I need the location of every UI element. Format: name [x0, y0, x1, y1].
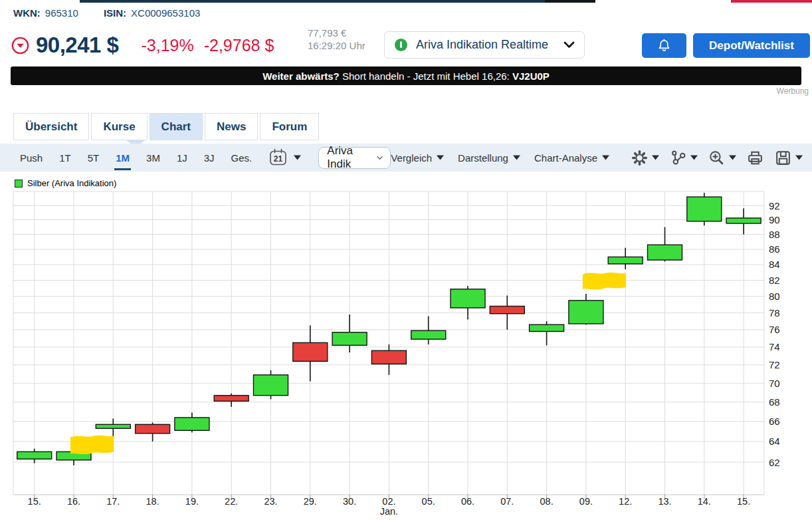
calendar-icon: 21: [268, 148, 288, 168]
candle-09-up: [569, 301, 603, 324]
x-axis-label: 15.: [28, 496, 41, 507]
x-axis-label: 09.: [579, 496, 593, 507]
instrument-select[interactable]: Ariva Indik: [318, 147, 391, 169]
ad-code: VJ2U0P: [512, 70, 550, 82]
chevron-down-icon: [376, 155, 383, 161]
y-axis-label: 76: [769, 324, 780, 335]
range-1t[interactable]: 1T: [59, 152, 71, 164]
current-price: 90,241 $: [36, 33, 118, 58]
x-axis-label: 22.: [225, 496, 238, 507]
menu-chart-analyse[interactable]: Chart-Analyse: [534, 152, 609, 164]
x-axis-label: 15.: [737, 496, 750, 507]
x-axis-label: 02.: [382, 496, 395, 507]
instrument-id-row: WKN: 965310 ISIN: XC0009653103: [13, 7, 200, 19]
notifications-button[interactable]: [642, 33, 686, 58]
instrument-select-value: Ariva Indik: [327, 144, 372, 171]
depot-watchlist-button[interactable]: Depot/Watchlist: [693, 33, 810, 58]
menu-label: Chart-Analyse: [534, 152, 597, 164]
tab-bar: ÜbersichtKurseChartNewsForum: [13, 113, 319, 140]
x-axis-label: 29.: [304, 496, 317, 507]
toolbar-icon-group: [631, 149, 803, 167]
save-button[interactable]: [774, 149, 803, 167]
settings-button[interactable]: [631, 149, 659, 167]
price-cluster: 90,241 $ -3,19% -2,9768 $: [11, 31, 274, 59]
caret-down-icon: [294, 155, 301, 160]
range-3m[interactable]: 3M: [146, 152, 160, 164]
chart-toolbar: Push1T5T1M3M1J3JGes. 21 Ariva Indik Verg…: [0, 144, 812, 172]
candle-19-up: [175, 418, 209, 430]
range-3j[interactable]: 3J: [204, 152, 215, 164]
x-axis-label: 06.: [461, 496, 474, 507]
y-axis-label: 70: [769, 378, 780, 389]
highlight-marker: [70, 436, 114, 454]
caret-down-icon: [513, 155, 520, 160]
bell-icon: [657, 38, 672, 53]
caret-down-icon: [437, 155, 444, 160]
indicators-button[interactable]: [669, 149, 698, 167]
depot-watchlist-label: Depot/Watchlist: [709, 39, 794, 53]
caret-down-icon: [652, 155, 659, 160]
calendar-button[interactable]: 21: [268, 148, 301, 168]
isin-label: ISIN:: [104, 7, 126, 19]
candle-17-up: [96, 424, 130, 428]
caret-down-icon: [602, 155, 609, 160]
range-5t[interactable]: 5T: [88, 152, 100, 164]
range-1j[interactable]: 1J: [177, 152, 187, 164]
candle-29-down: [293, 342, 328, 361]
x-axis-label: 17.: [106, 496, 120, 507]
x-axis-label: 14.: [698, 496, 711, 507]
y-axis-label: 64: [769, 436, 780, 447]
zoom-button[interactable]: [708, 149, 736, 167]
candle-18-down: [136, 424, 170, 433]
y-axis-label: 62: [769, 457, 780, 468]
ad-banner[interactable]: Weiter abwärts? Short handeln - Jetzt mi…: [11, 66, 801, 85]
gear-icon: [631, 149, 649, 167]
tab-chart[interactable]: Chart: [150, 113, 203, 140]
isin-value: XC0009653103: [131, 7, 200, 19]
top-strip-red: [731, 0, 812, 3]
quote-time: 16:29:20 Uhr: [308, 39, 365, 52]
range-1m[interactable]: 1M: [116, 152, 130, 164]
price-down-icon: [11, 37, 29, 55]
range-push[interactable]: Push: [20, 152, 43, 164]
quote-source-select[interactable]: Ariva Indikation Realtime: [384, 31, 585, 59]
y-axis-label: 66: [769, 416, 780, 427]
menu-label: Vergleich: [391, 152, 432, 164]
candle-07-down: [490, 306, 524, 313]
y-axis-label: 80: [769, 291, 780, 302]
range-ges[interactable]: Ges.: [231, 152, 253, 164]
tab-kurse[interactable]: Kurse: [91, 113, 147, 140]
wkn-value: 965310: [45, 7, 78, 19]
y-axis-label: 68: [769, 396, 780, 408]
candle-15-up: [17, 452, 52, 459]
tab-bersicht[interactable]: Übersicht: [13, 113, 89, 140]
y-axis-label: 72: [769, 359, 780, 370]
toolbar-menus: VergleichDarstellungChart-Analyse: [391, 152, 609, 164]
caret-down-icon: [795, 155, 803, 160]
save-icon: [774, 149, 792, 167]
x-axis-label: 08.: [540, 496, 554, 507]
candle-08-up: [530, 325, 564, 331]
change-absolute: -2,9768 $: [204, 36, 274, 55]
price-eur: 77,793 €: [308, 27, 365, 39]
tab-forum[interactable]: Forum: [260, 113, 319, 140]
candlestick-chart[interactable]: 15.16.17.18.19.22.23.29.30.02.05.06.07.0…: [0, 177, 812, 520]
range-selector: Push1T5T1M3M1J3JGes.: [20, 152, 252, 164]
menu-darstellung[interactable]: Darstellung: [458, 152, 520, 164]
candle-13-up: [648, 245, 682, 260]
candle-05-up: [411, 330, 446, 339]
y-axis-label: 74: [769, 341, 780, 352]
menu-vergleich[interactable]: Vergleich: [391, 152, 444, 164]
x-axis-label: 05.: [422, 496, 435, 507]
print-button[interactable]: [746, 149, 764, 167]
top-strip-navy: [80, 0, 545, 3]
candle-12-up: [608, 257, 643, 263]
x-axis-label: 13.: [658, 496, 671, 507]
x-axis-label: 19.: [185, 496, 199, 507]
tab-news[interactable]: News: [205, 113, 258, 140]
realtime-status-icon: [395, 39, 407, 51]
x-axis-label: 07.: [500, 496, 514, 507]
x-axis-label: 12.: [619, 496, 632, 507]
quote-source-label: Ariva Indikation Realtime: [416, 38, 555, 52]
change-percent: -3,19%: [141, 36, 193, 55]
